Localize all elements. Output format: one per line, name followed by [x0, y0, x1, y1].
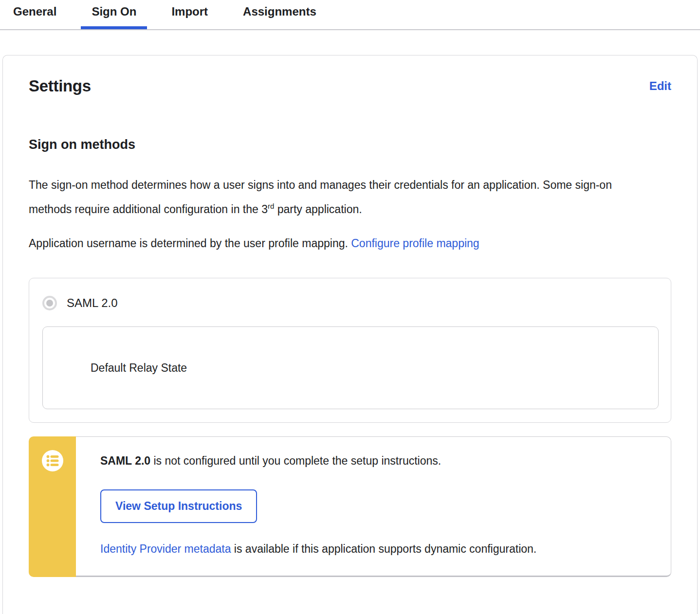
tab-import[interactable]: Import — [161, 0, 219, 29]
saml-radio-label: SAML 2.0 — [67, 296, 118, 310]
sign-on-methods-heading: Sign on methods — [29, 137, 671, 152]
edit-link[interactable]: Edit — [649, 79, 671, 93]
banner-accent-stripe — [29, 436, 76, 577]
settings-card-header: Settings Edit — [29, 77, 671, 95]
configure-profile-mapping-link[interactable]: Configure profile mapping — [351, 237, 479, 250]
settings-card: Settings Edit Sign on methods The sign-o… — [2, 55, 698, 614]
default-relay-state-label: Default Relay State — [91, 361, 187, 375]
page-title: Settings — [29, 77, 91, 95]
tab-general[interactable]: General — [2, 0, 67, 29]
tab-assignments[interactable]: Assignments — [232, 0, 327, 29]
default-relay-state-box: Default Relay State — [42, 326, 659, 409]
app-tab-bar: General Sign On Import Assignments — [0, 0, 700, 30]
setup-warning-banner: SAML 2.0 is not configured until you com… — [29, 436, 671, 577]
metadata-line: Identity Provider metadata is available … — [100, 542, 651, 556]
saml-radio-button[interactable] — [42, 296, 57, 310]
sign-on-method-description: The sign-on method determines how a user… — [29, 173, 632, 221]
username-text: Application username is determined by th… — [29, 237, 351, 250]
application-username-line: Application username is determined by th… — [29, 231, 671, 255]
bullet-list-icon — [42, 450, 63, 471]
metadata-rest: is available if this application support… — [231, 542, 536, 555]
saml-radio-row: SAML 2.0 — [42, 296, 659, 310]
banner-content: SAML 2.0 is not configured until you com… — [76, 436, 671, 577]
banner-message-bold: SAML 2.0 — [100, 454, 150, 467]
tab-sign-on[interactable]: Sign On — [81, 0, 147, 29]
identity-provider-metadata-link[interactable]: Identity Provider metadata — [100, 542, 231, 555]
ordinal-superscript: rd — [268, 202, 274, 210]
description-text-end: party application. — [274, 203, 362, 216]
banner-message: SAML 2.0 is not configured until you com… — [100, 453, 651, 468]
saml-method-box: SAML 2.0 Default Relay State — [29, 278, 671, 423]
banner-message-rest: is not configured until you complete the… — [150, 454, 441, 467]
view-setup-instructions-button[interactable]: View Setup Instructions — [100, 489, 257, 523]
